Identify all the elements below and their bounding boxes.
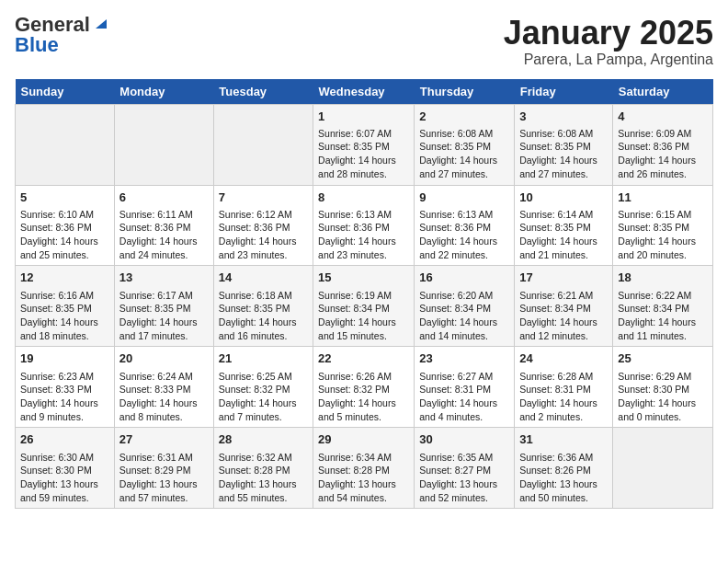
logo-blue-text: Blue <box>15 35 59 55</box>
location: Parera, La Pampa, Argentina <box>504 52 713 68</box>
day-number: 12 <box>20 270 109 286</box>
day-info: Sunrise: 6:16 AM Sunset: 8:35 PM Dayligh… <box>20 289 109 343</box>
day-info: Sunrise: 6:08 AM Sunset: 8:35 PM Dayligh… <box>519 127 608 181</box>
month-title: January 2025 <box>504 15 713 52</box>
day-info: Sunrise: 6:21 AM Sunset: 8:34 PM Dayligh… <box>519 289 608 343</box>
calendar-cell <box>16 104 115 185</box>
day-info: Sunrise: 6:30 AM Sunset: 8:30 PM Dayligh… <box>20 451 109 505</box>
day-info: Sunrise: 6:13 AM Sunset: 8:36 PM Dayligh… <box>419 208 509 262</box>
column-header-tuesday: Tuesday <box>213 79 313 105</box>
calendar-table: SundayMondayTuesdayWednesdayThursdayFrid… <box>15 79 713 510</box>
day-info: Sunrise: 6:08 AM Sunset: 8:35 PM Dayligh… <box>419 127 509 181</box>
day-number: 21 <box>219 350 308 367</box>
calendar-cell: 29Sunrise: 6:34 AM Sunset: 8:28 PM Dayli… <box>313 428 415 509</box>
day-number: 1 <box>318 109 409 125</box>
day-info: Sunrise: 6:23 AM Sunset: 8:33 PM Dayligh… <box>20 370 109 424</box>
day-number: 30 <box>419 431 509 448</box>
day-number: 24 <box>519 350 608 367</box>
calendar-week-row: 1Sunrise: 6:07 AM Sunset: 8:35 PM Daylig… <box>16 104 713 185</box>
day-number: 20 <box>119 350 209 367</box>
day-number: 19 <box>20 350 109 367</box>
calendar-cell: 22Sunrise: 6:26 AM Sunset: 8:32 PM Dayli… <box>313 347 415 428</box>
day-number: 5 <box>20 190 109 206</box>
day-number: 4 <box>618 109 708 125</box>
calendar-cell: 23Sunrise: 6:27 AM Sunset: 8:31 PM Dayli… <box>415 347 515 428</box>
day-info: Sunrise: 6:26 AM Sunset: 8:32 PM Dayligh… <box>318 370 409 424</box>
day-info: Sunrise: 6:22 AM Sunset: 8:34 PM Dayligh… <box>618 289 708 343</box>
day-number: 27 <box>119 431 209 448</box>
calendar-cell <box>114 104 213 185</box>
calendar-cell: 10Sunrise: 6:14 AM Sunset: 8:35 PM Dayli… <box>515 185 613 266</box>
day-info: Sunrise: 6:35 AM Sunset: 8:27 PM Dayligh… <box>419 451 509 505</box>
day-info: Sunrise: 6:18 AM Sunset: 8:35 PM Dayligh… <box>219 289 308 343</box>
title-block: January 2025 Parera, La Pampa, Argentina <box>504 15 713 68</box>
calendar-cell: 3Sunrise: 6:08 AM Sunset: 8:35 PM Daylig… <box>515 104 613 185</box>
day-number: 26 <box>20 431 109 448</box>
svg-marker-0 <box>96 19 107 29</box>
calendar-cell: 28Sunrise: 6:32 AM Sunset: 8:28 PM Dayli… <box>213 428 313 509</box>
day-number: 23 <box>419 350 509 367</box>
calendar-cell: 8Sunrise: 6:13 AM Sunset: 8:36 PM Daylig… <box>313 185 415 266</box>
day-info: Sunrise: 6:12 AM Sunset: 8:36 PM Dayligh… <box>219 208 308 262</box>
day-info: Sunrise: 6:32 AM Sunset: 8:28 PM Dayligh… <box>219 451 308 505</box>
day-number: 10 <box>519 190 608 206</box>
day-number: 7 <box>219 190 308 206</box>
day-number: 15 <box>318 270 409 286</box>
calendar-cell: 11Sunrise: 6:15 AM Sunset: 8:35 PM Dayli… <box>613 185 713 266</box>
calendar-cell: 26Sunrise: 6:30 AM Sunset: 8:30 PM Dayli… <box>16 428 115 509</box>
logo-triangle-icon <box>92 16 107 30</box>
day-info: Sunrise: 6:31 AM Sunset: 8:29 PM Dayligh… <box>119 451 209 505</box>
day-info: Sunrise: 6:13 AM Sunset: 8:36 PM Dayligh… <box>318 208 409 262</box>
day-number: 25 <box>618 350 708 367</box>
calendar-cell: 18Sunrise: 6:22 AM Sunset: 8:34 PM Dayli… <box>613 266 713 347</box>
page-header: General Blue January 2025 Parera, La Pam… <box>15 15 713 68</box>
day-number: 8 <box>318 190 409 206</box>
day-number: 18 <box>618 270 708 286</box>
calendar-cell: 21Sunrise: 6:25 AM Sunset: 8:32 PM Dayli… <box>213 347 313 428</box>
column-header-saturday: Saturday <box>613 79 713 105</box>
calendar-header-row: SundayMondayTuesdayWednesdayThursdayFrid… <box>16 79 713 105</box>
day-info: Sunrise: 6:15 AM Sunset: 8:35 PM Dayligh… <box>618 208 708 262</box>
day-number: 22 <box>318 350 409 367</box>
day-info: Sunrise: 6:07 AM Sunset: 8:35 PM Dayligh… <box>318 127 409 181</box>
column-header-thursday: Thursday <box>415 79 515 105</box>
day-number: 11 <box>618 190 708 206</box>
day-number: 16 <box>419 270 509 286</box>
calendar-cell: 12Sunrise: 6:16 AM Sunset: 8:35 PM Dayli… <box>16 266 115 347</box>
day-number: 29 <box>318 431 409 448</box>
calendar-cell: 16Sunrise: 6:20 AM Sunset: 8:34 PM Dayli… <box>415 266 515 347</box>
day-info: Sunrise: 6:24 AM Sunset: 8:33 PM Dayligh… <box>119 370 209 424</box>
day-info: Sunrise: 6:29 AM Sunset: 8:30 PM Dayligh… <box>618 370 708 424</box>
calendar-cell: 4Sunrise: 6:09 AM Sunset: 8:36 PM Daylig… <box>613 104 713 185</box>
calendar-week-row: 5Sunrise: 6:10 AM Sunset: 8:36 PM Daylig… <box>16 185 713 266</box>
day-info: Sunrise: 6:11 AM Sunset: 8:36 PM Dayligh… <box>119 208 209 262</box>
calendar-cell: 19Sunrise: 6:23 AM Sunset: 8:33 PM Dayli… <box>16 347 115 428</box>
calendar-cell <box>613 428 713 509</box>
day-number: 3 <box>519 109 608 125</box>
calendar-cell: 6Sunrise: 6:11 AM Sunset: 8:36 PM Daylig… <box>114 185 213 266</box>
calendar-week-row: 19Sunrise: 6:23 AM Sunset: 8:33 PM Dayli… <box>16 347 713 428</box>
calendar-week-row: 12Sunrise: 6:16 AM Sunset: 8:35 PM Dayli… <box>16 266 713 347</box>
calendar-cell: 7Sunrise: 6:12 AM Sunset: 8:36 PM Daylig… <box>213 185 313 266</box>
day-number: 31 <box>519 431 608 448</box>
calendar-cell: 30Sunrise: 6:35 AM Sunset: 8:27 PM Dayli… <box>415 428 515 509</box>
calendar-cell: 31Sunrise: 6:36 AM Sunset: 8:26 PM Dayli… <box>515 428 613 509</box>
day-number: 6 <box>119 190 209 206</box>
day-info: Sunrise: 6:34 AM Sunset: 8:28 PM Dayligh… <box>318 451 409 505</box>
day-number: 28 <box>219 431 308 448</box>
column-header-monday: Monday <box>114 79 213 105</box>
day-info: Sunrise: 6:36 AM Sunset: 8:26 PM Dayligh… <box>519 451 608 505</box>
day-info: Sunrise: 6:10 AM Sunset: 8:36 PM Dayligh… <box>20 208 109 262</box>
day-info: Sunrise: 6:25 AM Sunset: 8:32 PM Dayligh… <box>219 370 308 424</box>
day-info: Sunrise: 6:14 AM Sunset: 8:35 PM Dayligh… <box>519 208 608 262</box>
calendar-cell: 20Sunrise: 6:24 AM Sunset: 8:33 PM Dayli… <box>114 347 213 428</box>
calendar-cell: 2Sunrise: 6:08 AM Sunset: 8:35 PM Daylig… <box>415 104 515 185</box>
calendar-week-row: 26Sunrise: 6:30 AM Sunset: 8:30 PM Dayli… <box>16 428 713 509</box>
logo: General Blue <box>15 15 107 55</box>
day-number: 14 <box>219 270 308 286</box>
day-info: Sunrise: 6:27 AM Sunset: 8:31 PM Dayligh… <box>419 370 509 424</box>
logo-general-text: General <box>15 15 90 35</box>
day-number: 2 <box>419 109 509 125</box>
day-info: Sunrise: 6:09 AM Sunset: 8:36 PM Dayligh… <box>618 127 708 181</box>
calendar-cell: 13Sunrise: 6:17 AM Sunset: 8:35 PM Dayli… <box>114 266 213 347</box>
